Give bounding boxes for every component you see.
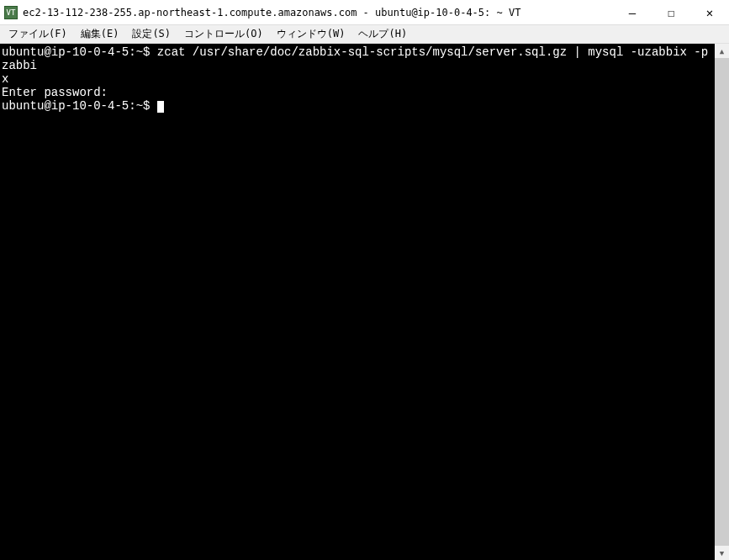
minimize-button[interactable]: — — [613, 0, 652, 25]
scroll-thumb[interactable] — [715, 58, 729, 546]
menu-settings[interactable]: 設定(S) — [125, 25, 177, 43]
maximize-icon: ☐ — [668, 6, 674, 19]
maximize-button[interactable]: ☐ — [652, 0, 690, 25]
cursor — [157, 101, 164, 113]
menu-file[interactable]: ファイル(F) — [2, 25, 74, 43]
terminal-area: ubuntu@ip-10-0-4-5:~$ zcat /usr/share/do… — [0, 44, 729, 560]
scroll-up-arrow[interactable]: ▲ — [715, 44, 729, 58]
terminal-line: ubuntu@ip-10-0-4-5:~$ zcat /usr/share/do… — [2, 45, 715, 72]
titlebar: VT ec2-13-112-238-255.ap-northeast-1.com… — [0, 0, 729, 25]
close-icon: ✕ — [706, 6, 713, 19]
app-icon-text: VT — [7, 8, 16, 17]
terminal-line: Enter password: — [2, 86, 715, 99]
chevron-up-icon: ▲ — [720, 47, 724, 55]
terminal[interactable]: ubuntu@ip-10-0-4-5:~$ zcat /usr/share/do… — [0, 44, 715, 560]
terminal-line: x — [2, 72, 715, 86]
menu-control[interactable]: コントロール(O) — [177, 25, 270, 43]
scroll-track[interactable] — [715, 58, 729, 546]
menu-help[interactable]: ヘルプ(H) — [351, 25, 414, 43]
minimize-icon: — — [629, 6, 636, 19]
menubar: ファイル(F) 編集(E) 設定(S) コントロール(O) ウィンドウ(W) ヘ… — [0, 25, 729, 44]
scrollbar[interactable]: ▲ ▼ — [715, 44, 729, 560]
scroll-down-arrow[interactable]: ▼ — [715, 546, 729, 560]
chevron-down-icon: ▼ — [720, 549, 724, 557]
close-button[interactable]: ✕ — [690, 0, 729, 25]
window-title: ec2-13-112-238-255.ap-northeast-1.comput… — [23, 7, 613, 18]
app-icon: VT — [4, 6, 18, 19]
terminal-prompt: ubuntu@ip-10-0-4-5:~$ — [2, 99, 157, 113]
menu-window[interactable]: ウィンドウ(W) — [270, 25, 352, 43]
window-controls: — ☐ ✕ — [613, 0, 729, 24]
terminal-line: ubuntu@ip-10-0-4-5:~$ — [2, 99, 715, 113]
menu-edit[interactable]: 編集(E) — [74, 25, 126, 43]
